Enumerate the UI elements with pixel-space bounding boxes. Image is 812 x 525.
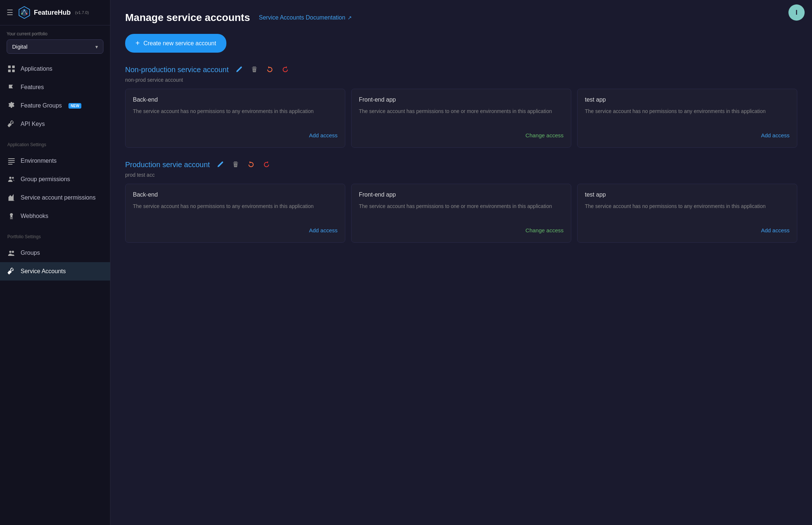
logo-icon [18,6,31,19]
sidebar-item-features[interactable]: Features [0,78,110,96]
service-account-prod: Production servie account prod test acc … [125,159,797,243]
chart-icon [7,194,15,202]
svg-point-15 [9,177,11,179]
logo-area: FeatureHub (v1.7.0) [18,6,89,19]
sidebar-item-group-permissions[interactable]: Group permissions [0,170,110,188]
svg-point-17 [9,251,11,253]
key-icon [7,120,15,128]
delete-non-prod-button[interactable] [249,64,260,75]
sidebar-item-label: Groups [21,250,40,256]
refresh1-non-prod-button[interactable] [265,64,275,75]
sidebar: ☰ FeatureHub (v1.7.0) Your current portf… [0,0,110,525]
sidebar-item-label: API Keys [21,121,45,127]
sidebar-item-service-account-permissions[interactable]: Service account permissions [0,188,110,207]
svg-point-18 [12,251,14,253]
service-account-desc-prod: prod test acc [125,172,797,178]
app-card-name: test app [585,96,790,103]
app-card-name: Back-end [133,191,338,198]
service-account-name-non-prod[interactable]: Non-production service account [125,66,229,74]
sidebar-item-label: Features [21,84,44,91]
app-card-prod-frontend: Front-end app The service account has pe… [351,184,571,243]
create-btn-label: Create new service account [144,40,216,47]
user-avatar[interactable]: I [788,4,805,21]
app-name: FeatureHub [34,9,71,17]
page-title: Manage service accounts [125,12,250,24]
app-card-non-prod-backend: Back-end The service account has no perm… [125,89,345,148]
app-card-action: Add access [585,226,790,235]
svg-rect-14 [8,164,13,165]
add-access-non-prod-backend-button[interactable]: Add access [309,131,338,140]
sidebar-item-applications[interactable]: Applications [0,60,110,78]
app-card-non-prod-testapp: test app The service account has no perm… [577,89,797,148]
app-version: (v1.7.0) [75,10,89,15]
avatar-initial: I [795,9,797,17]
people2-icon [7,249,15,257]
app-cards-prod: Back-end The service account has no perm… [125,184,797,243]
main-nav: Applications Features Feature Groups NEW… [0,57,110,136]
grid-icon [7,65,15,73]
topbar-right: I [788,4,805,21]
app-card-action: Add access [133,131,338,140]
doc-link[interactable]: Service Accounts Documentation ↗ [259,14,352,21]
app-card-prod-backend: Back-end The service account has no perm… [125,184,345,243]
flag-icon [7,83,15,91]
key2-icon [7,267,15,275]
service-account-desc-non-prod: non-prod service account [125,77,797,83]
app-card-action: Add access [133,226,338,235]
sidebar-item-webhooks[interactable]: Webhooks [0,207,110,225]
app-cards-non-prod: Back-end The service account has no perm… [125,89,797,148]
sidebar-item-label: Service Accounts [21,268,66,275]
edit-non-prod-button[interactable] [234,64,244,75]
sidebar-item-label: Feature Groups [21,102,62,109]
svg-point-16 [12,177,14,179]
sidebar-item-feature-groups[interactable]: Feature Groups NEW [0,96,110,115]
svg-rect-8 [12,66,15,68]
refresh1-prod-button[interactable] [246,159,256,170]
app-settings-nav: Environments Group permissions Service a… [0,149,110,228]
delete-prod-button[interactable] [230,159,241,170]
sidebar-item-service-accounts[interactable]: Service Accounts [0,262,110,281]
sidebar-item-environments[interactable]: Environments [0,152,110,170]
sidebar-item-label: Webhooks [21,213,48,219]
service-account-header-non-prod: Non-production service account [125,64,797,75]
change-access-non-prod-frontend-button[interactable]: Change access [526,131,564,140]
people-icon [7,175,15,183]
svg-rect-9 [8,70,11,72]
refresh2-non-prod-button[interactable] [280,64,290,75]
sidebar-item-api-keys[interactable]: API Keys [0,115,110,133]
plus-icon: + [135,39,140,47]
portfolio-section: Your current portfolio Digital ▾ [0,25,110,57]
add-access-prod-backend-button[interactable]: Add access [309,226,338,235]
portfolio-settings-label: Portfolio Settings [0,228,110,241]
sidebar-item-groups[interactable]: Groups [0,244,110,262]
edit-prod-button[interactable] [215,159,225,170]
app-card-name: test app [585,191,790,198]
app-card-prod-testapp: test app The service account has no perm… [577,184,797,243]
add-access-prod-testapp-button[interactable]: Add access [761,226,790,235]
sidebar-item-label: Service account permissions [21,194,96,201]
refresh2-prod-button[interactable] [261,159,272,170]
app-card-action: Change access [359,226,564,235]
app-settings-label: Application Settings [0,136,110,149]
list-icon [7,157,15,165]
external-link-icon: ↗ [347,15,352,21]
portfolio-select[interactable]: Digital ▾ [7,39,103,54]
new-badge: NEW [68,103,81,109]
svg-rect-13 [8,162,15,163]
create-service-account-button[interactable]: + Create new service account [125,34,226,53]
add-access-non-prod-testapp-button[interactable]: Add access [761,131,790,140]
app-card-desc: The service account has permissions to o… [359,108,564,115]
service-account-name-prod[interactable]: Production servie account [125,161,210,169]
svg-rect-10 [12,70,15,72]
main-content: Manage service accounts Service Accounts… [110,0,812,525]
sidebar-item-label: Applications [21,66,52,72]
portfolio-name: Digital [12,43,28,50]
app-card-name: Front-end app [359,96,564,103]
app-card-desc: The service account has permissions to o… [359,202,564,210]
app-card-action: Change access [359,131,564,140]
service-account-header-prod: Production servie account [125,159,797,170]
hamburger-icon[interactable]: ☰ [7,8,13,17]
portfolio-label: Your current portfolio [7,31,103,36]
change-access-prod-frontend-button[interactable]: Change access [526,226,564,235]
sidebar-item-label: Environments [21,158,57,164]
